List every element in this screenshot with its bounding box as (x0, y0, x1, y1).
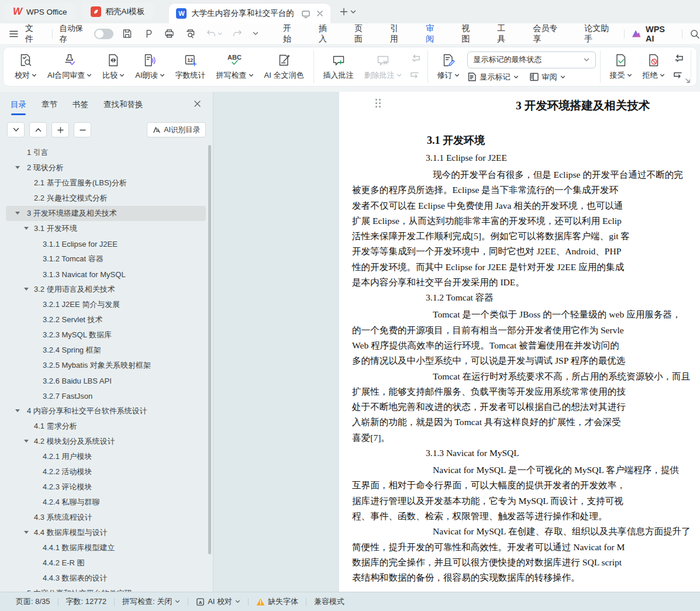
outline-item[interactable]: 4.1 需求分析 (0, 419, 213, 434)
navigation-sidebar: 目录 章节 书签 查找和替换 AI识别目录 1 引言 2 现状分析 2.1 基于… (0, 92, 213, 592)
drag-handle[interactable] (375, 99, 381, 108)
outline-item[interactable]: 2.2 兴趣社交模式分析 (0, 191, 213, 206)
previous-heading-button[interactable] (29, 122, 47, 137)
chevron-down-icon (396, 74, 402, 77)
expand-all-button[interactable] (51, 122, 69, 137)
compare-button[interactable]: 比较 (97, 51, 130, 82)
reject-icon (647, 53, 661, 67)
outline-item[interactable]: 2.1 基于位置服务(LBS)分析 (0, 175, 213, 191)
autosave-toggle[interactable] (94, 29, 113, 39)
doc-heading-3-1: 3.1 开发环境 (427, 133, 700, 147)
ink-brush-button[interactable]: 画笔 (695, 51, 700, 82)
delete-comment-button[interactable]: 删除批注 (359, 51, 407, 82)
print-button[interactable] (164, 28, 175, 39)
next-heading-button[interactable] (7, 122, 25, 137)
insert-comment-button[interactable]: 插入批注 (318, 51, 359, 82)
status-ai-proofread[interactable]: A AI 校对 (188, 596, 248, 607)
chevron-down-icon (235, 600, 240, 603)
ai-recognize-toc-button[interactable]: AI识别目录 (147, 122, 206, 137)
outline-item[interactable]: 3.2 使用语言及相关技术 (0, 282, 213, 297)
outline-item[interactable]: 1 引言 (0, 145, 213, 160)
outline-item[interactable]: 3.1 开发环境 (0, 221, 213, 236)
doc-text-line: 的一个免费的开源项目，目前有相当一部分开发者使用它作为 Servle (339, 323, 700, 338)
outline-item[interactable]: 2 现状分析 (0, 160, 213, 175)
screen-share-icon[interactable] (301, 9, 311, 18)
outline-item[interactable]: 3.2.1 J2EE 简介与发展 (0, 297, 213, 312)
outline-item-selected[interactable]: 3 开发环境搭建及相关技术 (0, 206, 213, 221)
outline-item[interactable]: 4.2.2 活动模块 (0, 464, 213, 479)
close-tab-icon[interactable] (316, 10, 323, 17)
chevron-down-icon (627, 74, 632, 77)
show-markup-button[interactable]: 显示标记 (467, 72, 519, 82)
export-pdf-button[interactable] (143, 28, 154, 39)
ai-read-aloud-button[interactable]: AI朗读 (130, 51, 170, 82)
review-pane-button[interactable]: 审阅 (529, 72, 565, 82)
previous-comment-button[interactable] (410, 53, 420, 64)
outline-item[interactable]: 4.2.3 评论模块 (0, 479, 213, 495)
ai-polish-button[interactable]: AI 全文润色 (259, 51, 309, 82)
outline-item[interactable]: 3.1.3 Navicat for MySQL (0, 267, 213, 282)
tab-bookmarks[interactable]: 书签 (73, 99, 88, 115)
save-button[interactable] (122, 28, 133, 39)
wps-ai-button[interactable]: WPS AI (632, 25, 675, 43)
undo-button[interactable] (206, 29, 222, 39)
next-revision-button[interactable] (673, 70, 684, 80)
redo-button[interactable] (232, 29, 243, 39)
outline-item[interactable]: 3.2.3 MySQL 数据库 (0, 327, 213, 343)
track-changes-icon (442, 53, 456, 67)
toolbar-more-chevron-icon[interactable] (253, 32, 258, 36)
outline-item[interactable]: 3.1.1 Eclipse for J2EE (0, 236, 213, 251)
tab-chapters[interactable]: 章节 (42, 99, 57, 115)
stamp-icon (63, 53, 77, 67)
search-button[interactable] (689, 29, 700, 39)
file-menu[interactable]: 文件 (22, 21, 45, 47)
tab-table-of-contents[interactable]: 目录 (11, 99, 26, 115)
next-comment-button[interactable] (410, 70, 420, 80)
docer-icon (91, 6, 101, 17)
docer-template-tab[interactable]: 稻壳AI模板 (81, 3, 154, 20)
spell-check-button[interactable]: ABC 拼写检查 (211, 51, 259, 82)
tab-list-chevron-icon (350, 10, 356, 14)
outline-item[interactable]: 4.4.3 数据表的设计 (0, 571, 213, 586)
outline-item[interactable]: 3.1.2 Tomcat 容器 (0, 251, 213, 267)
spell-check-icon: ABC (226, 53, 244, 67)
accept-revision-button[interactable]: 接受 (605, 51, 637, 82)
ai-contract-review-button[interactable]: AI合同审查 (42, 51, 97, 82)
previous-revision-button[interactable] (673, 53, 684, 64)
doc-text-line: 被更多的程序员所选择。Eclipse 是当下非常流行的一个集成开发环 (339, 182, 700, 198)
outline-item[interactable]: 3.2.4 Spring 框架 (0, 343, 213, 358)
print-preview-button[interactable] (185, 28, 196, 39)
writer-doc-icon: W (176, 8, 187, 19)
outline-item[interactable]: 3.2.2 Servlet 技术 (0, 312, 213, 327)
ribbon-expand-button[interactable] (685, 78, 691, 84)
doc-text-line: 多的情况以及中小型系统中，可以说是开发与调试 JSP 程序的最优选 (339, 353, 700, 368)
tab-find-replace[interactable]: 查找和替换 (104, 99, 143, 115)
hamburger-menu-icon[interactable] (9, 30, 18, 37)
status-missing-font[interactable]: 缺失字体 (249, 596, 306, 607)
outline-item[interactable]: 4.4.1 数据库模型建立 (0, 540, 213, 555)
reject-revision-button[interactable]: 拒绝 (637, 51, 670, 82)
sidebar-scrollbar[interactable] (208, 145, 211, 554)
outline-item[interactable]: 4 内容分享和社交平台软件系统设计 (0, 403, 213, 419)
close-sidebar-button[interactable] (194, 100, 201, 108)
status-compat-mode[interactable]: 兼容模式 (306, 596, 352, 607)
outline-item[interactable]: 4.3 系统流程设计 (0, 510, 213, 525)
collapse-all-button[interactable] (74, 122, 91, 137)
markup-state-dropdown[interactable]: 显示标记的最终状态 (467, 51, 596, 68)
outline-item[interactable]: 3.2.7 FastJson (0, 388, 213, 403)
outline-item[interactable]: 4.2.4 私聊与群聊 (0, 495, 213, 510)
new-tab-button[interactable] (340, 8, 356, 16)
document-page[interactable]: 3 开发环境搭建及相关技术 3.1 开发环境 3.1.1 Eclipse for… (339, 92, 700, 592)
outline-item[interactable]: 4.2 模块划分及系统设计 (0, 434, 213, 449)
outline-item[interactable]: 3.2.5 Mybatis 对象关系映射框架 (0, 358, 213, 373)
outline-item[interactable]: 4.4 数据库模型与设计 (0, 525, 213, 540)
outline-item[interactable]: 4.4.2 E-R 图 (0, 555, 213, 571)
word-count-button[interactable]: 12 字数统计 (170, 51, 211, 82)
status-spell-check[interactable]: 拼写检查: 关闭 (115, 596, 188, 607)
outline-item[interactable]: 4.2.1 用户模块 (0, 449, 213, 464)
wps-home-tab[interactable]: W WPS Office (4, 3, 77, 20)
outline-item[interactable]: 3.2.6 Baidu LBS API (0, 373, 213, 388)
track-changes-button[interactable]: 修订 (432, 51, 465, 82)
status-word-count[interactable]: 字数: 12772 (58, 596, 114, 607)
proofread-button[interactable]: 校对 (9, 51, 42, 82)
